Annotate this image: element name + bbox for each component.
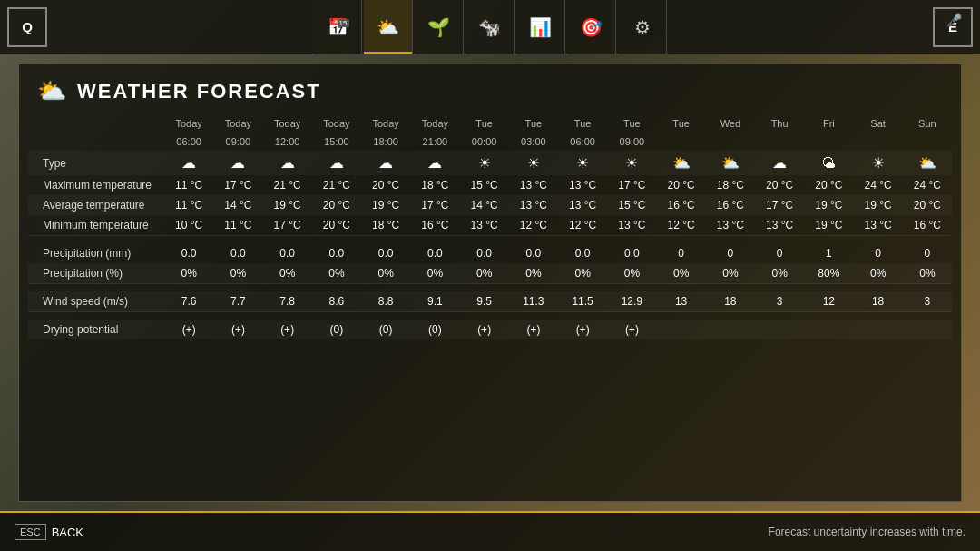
cell-3-1: 11 °C [213,215,262,236]
cell-10-7: (+) [509,320,558,339]
cell-2-9: 15 °C [607,195,656,215]
cell-2-5: 17 °C [410,195,459,215]
cell-2-1: 14 °C [213,195,262,215]
cell-2-0: 11 °C [164,195,213,215]
nav-settings[interactable]: ⚙ [618,0,667,54]
cell-6-0: 0% [164,263,213,284]
table-row: Wind speed (m/s)7.67.77.88.68.89.19.511.… [28,291,952,312]
cell-0-2: ☁ [263,151,312,175]
cell-3-10: 12 °C [657,215,706,236]
panel-title: WEATHER FORECAST [77,80,321,103]
calendar-icon: 📅 15 [328,17,348,37]
nav-missions[interactable]: 🎯 [567,0,616,54]
table-row: Precipitation (mm)0.00.00.00.00.00.00.00… [28,243,952,263]
cell-1-13: 20 °C [804,175,853,195]
day-col-13: Thu [755,114,804,133]
day-col-5: Today [361,114,410,133]
time-col-14 [804,133,853,151]
cell-3-8: 12 °C [558,215,607,236]
cell-10-12 [755,320,804,339]
nav-bar: 📅 15 ⛅ 🌱 🐄 📊 🎯 [313,0,667,54]
cell-10-3: (0) [312,320,361,339]
stats-icon: 📊 [529,16,552,38]
cell-6-1: 0% [213,263,262,284]
cell-6-8: 0% [558,263,607,284]
settings-icon: ⚙ [634,16,651,38]
cell-5-14: 0 [854,243,903,263]
day-col-14: Fri [804,114,853,133]
nav-animals[interactable]: 🐄 [466,0,514,54]
cell-0-10: ⛅ [657,151,706,175]
cell-10-8: (+) [558,320,607,339]
cell-10-11 [706,320,755,339]
cell-3-12: 13 °C [755,215,804,236]
back-label: BACK [52,526,83,539]
time-col-10: 09:00 [607,133,656,151]
cell-5-7: 0.0 [509,243,558,263]
time-col-12 [706,133,755,151]
cell-0-9: ☀ [607,151,656,175]
cell-8-9: 12.9 [607,291,656,312]
cell-2-15: 20 °C [903,195,952,215]
nav-calendar[interactable]: 📅 15 [313,0,362,54]
row-label-1: Maximum temperature [28,175,164,195]
row-label-6: Precipitation (%) [28,263,164,284]
cell-1-15: 24 °C [903,175,952,195]
day-col-11: Tue [657,114,706,133]
cell-2-14: 19 °C [854,195,903,215]
cell-5-2: 0.0 [263,243,312,263]
cell-3-4: 18 °C [361,215,410,236]
day-col-4: Today [312,114,361,133]
cell-1-2: 21 °C [263,175,312,195]
cell-5-1: 0.0 [213,243,262,263]
day-col-7: Tue [460,114,509,133]
cell-8-14: 18 [854,291,903,312]
cell-6-7: 0% [509,263,558,284]
cell-6-4: 0% [361,263,410,284]
cell-2-6: 14 °C [460,195,509,215]
cell-5-10: 0 [657,243,706,263]
cell-6-6: 0% [460,263,509,284]
cell-6-2: 0% [263,263,312,284]
ui-layer: Q 📅 15 ⛅ 🌱 🐄 📊 [0,0,980,551]
nav-stats[interactable]: 📊 [516,0,565,54]
cell-3-11: 13 °C [706,215,755,236]
cell-3-5: 16 °C [410,215,459,236]
cell-5-8: 0.0 [558,243,607,263]
cell-10-13 [804,320,853,339]
nav-crops[interactable]: 🌱 [415,0,464,54]
time-col-13 [755,133,804,151]
cell-6-13: 80% [804,263,853,284]
time-col-11 [657,133,706,151]
cell-1-6: 15 °C [460,175,509,195]
day-col-3: Today [263,114,312,133]
mic-icon: 🎤 [946,13,962,27]
cell-1-12: 20 °C [755,175,804,195]
cell-8-12: 3 [755,291,804,312]
cell-10-4: (0) [361,320,410,339]
weather-table-wrap: Today Today Today Today Today Today Tue … [19,114,961,501]
time-col-7: 00:00 [460,133,509,151]
missions-icon: 🎯 [580,16,603,38]
day-col-10: Tue [607,114,656,133]
cell-5-3: 0.0 [312,243,361,263]
main-content: ⛅ WEATHER FORECAST Today Today Today Tod… [0,54,980,511]
weather-icon: ⛅ [377,16,399,38]
cell-0-6: ☀ [460,151,509,175]
time-col-5: 18:00 [361,133,410,151]
back-button[interactable]: ESC BACK [15,524,83,540]
q-button[interactable]: Q [7,7,47,47]
cell-8-8: 11.5 [558,291,607,312]
cell-2-11: 16 °C [706,195,755,215]
cell-10-0: (+) [164,320,213,339]
cell-0-1: ☁ [213,151,262,175]
nav-weather[interactable]: ⛅ [364,0,413,54]
cell-2-4: 19 °C [361,195,410,215]
animals-icon: 🐄 [478,16,501,38]
cell-3-9: 13 °C [607,215,656,236]
cell-0-14: ☀ [854,151,903,175]
cell-5-15: 0 [903,243,952,263]
time-header-row: 06:00 09:00 12:00 15:00 18:00 21:00 00:0… [28,133,952,151]
cell-8-4: 8.8 [361,291,410,312]
cell-2-3: 20 °C [312,195,361,215]
